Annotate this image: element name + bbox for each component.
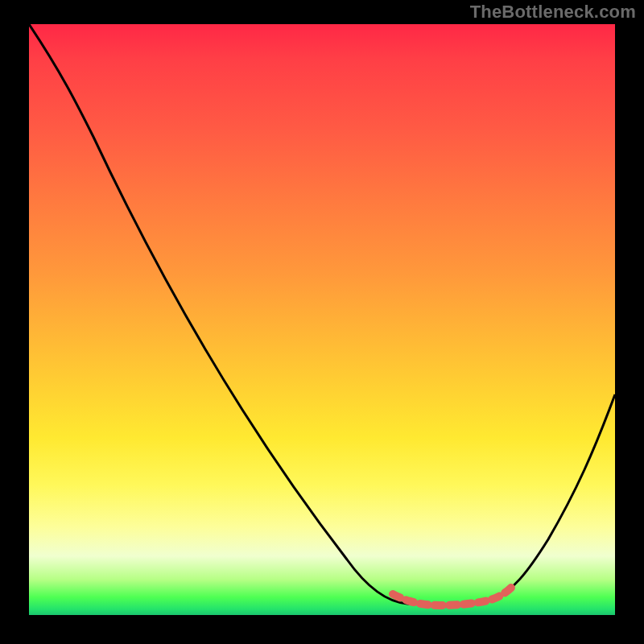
curve-svg: [29, 24, 615, 615]
chart-container: TheBottleneck.com: [0, 0, 644, 644]
valley-marker: [393, 587, 512, 605]
bottleneck-curve: [29, 24, 615, 605]
plot-area: [29, 24, 615, 615]
watermark-text: TheBottleneck.com: [470, 2, 636, 23]
